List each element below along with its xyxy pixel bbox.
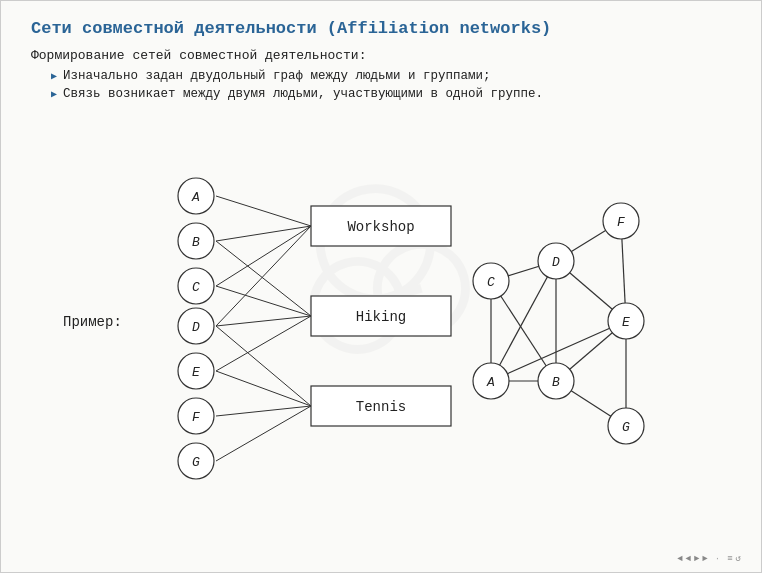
nav-icon-1[interactable]: ◄ [677, 554, 682, 564]
node-f-left-label: F [192, 410, 200, 425]
line-e-tennis [216, 371, 311, 406]
node-e-left-label: E [192, 365, 200, 380]
diagram-area: Пример: [1, 151, 762, 541]
node-d-right-label: D [552, 255, 560, 270]
node-e-right-label: E [622, 315, 630, 330]
line-c-workshop [216, 226, 311, 286]
line-b-hiking [216, 241, 311, 316]
node-c-right-label: C [487, 275, 495, 290]
node-b-right-label: B [552, 375, 560, 390]
line-b-workshop [216, 226, 311, 241]
node-b-left-label: B [192, 235, 200, 250]
nav-icon-3[interactable]: ► [694, 554, 699, 564]
node-f-right-label: F [617, 215, 625, 230]
node-a-left-label: A [191, 190, 200, 205]
slide: Сети совместной деятельности (Affiliatio… [0, 0, 762, 573]
node-g-right-label: G [622, 420, 630, 435]
nav-icon-4[interactable]: ► [702, 554, 707, 564]
line-d-tennis [216, 326, 311, 406]
nav-separator: · [715, 554, 720, 564]
box-hiking-label: Hiking [356, 309, 406, 325]
bullet-arrow-2: ▶ [51, 88, 57, 100]
nav-icon-6[interactable]: ↺ [736, 553, 741, 564]
main-svg: Пример: [1, 151, 762, 541]
footer-nav: ◄ ◄ ► ► · ≡ ↺ [677, 553, 741, 564]
node-c-left-label: C [192, 280, 200, 295]
line-a-workshop [216, 196, 311, 226]
bullet-list: ▶ Изначально задан двудольный граф между… [31, 69, 731, 101]
box-tennis-label: Tennis [356, 399, 406, 415]
bullet-arrow-1: ▶ [51, 70, 57, 82]
node-a-right-label: A [486, 375, 495, 390]
node-d-left-label: D [192, 320, 200, 335]
bullet-item-2: ▶ Связь возникает между двумя людьми, уч… [51, 87, 731, 101]
box-workshop-label: Workshop [347, 219, 414, 235]
footer: ◄ ◄ ► ► · ≡ ↺ [677, 553, 741, 564]
title: Сети совместной деятельности (Affiliatio… [31, 19, 731, 38]
nav-icon-5: ≡ [727, 554, 732, 564]
nav-icon-2[interactable]: ◄ [686, 554, 691, 564]
subtitle: Формирование сетей совместной деятельнос… [31, 48, 731, 63]
node-g-left-label: G [192, 455, 200, 470]
bullet-item-1: ▶ Изначально задан двудольный граф между… [51, 69, 731, 83]
example-label: Пример: [63, 314, 122, 330]
